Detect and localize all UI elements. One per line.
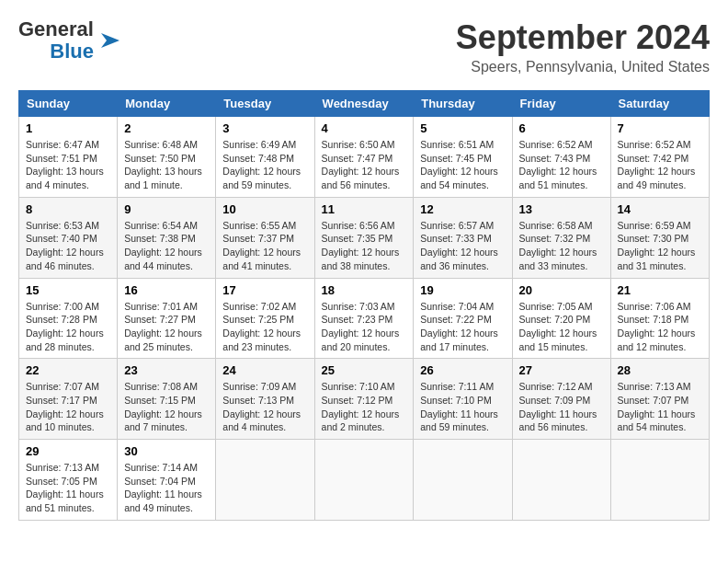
day-info: Sunrise: 6:52 AM Sunset: 7:43 PM Dayligh… [519,138,604,192]
day-number: 16 [124,283,209,297]
day-number: 23 [124,363,209,377]
calendar-cell [216,440,314,521]
location: Speers, Pennsylvania, United States [456,59,710,75]
day-info: Sunrise: 6:56 AM Sunset: 7:35 PM Dayligh… [322,219,407,273]
day-number: 27 [519,363,604,377]
day-info: Sunrise: 6:52 AM Sunset: 7:42 PM Dayligh… [618,138,702,192]
column-header-saturday: Saturday [610,91,709,117]
day-info: Sunrise: 7:12 AM Sunset: 7:09 PM Dayligh… [519,380,604,434]
day-info: Sunrise: 6:57 AM Sunset: 7:33 PM Dayligh… [420,219,505,273]
calendar-cell: 1Sunrise: 6:47 AM Sunset: 7:51 PM Daylig… [19,117,118,198]
title-section: September 2024 Speers, Pennsylvania, Uni… [456,18,710,75]
calendar-cell: 19Sunrise: 7:04 AM Sunset: 7:22 PM Dayli… [414,278,512,359]
day-number: 6 [519,121,604,135]
day-number: 18 [322,283,407,297]
day-info: Sunrise: 7:09 AM Sunset: 7:13 PM Dayligh… [222,380,307,434]
calendar-cell [414,440,512,521]
day-info: Sunrise: 6:50 AM Sunset: 7:47 PM Dayligh… [322,138,407,192]
calendar-cell: 23Sunrise: 7:08 AM Sunset: 7:15 PM Dayli… [118,359,216,440]
calendar-cell: 14Sunrise: 6:59 AM Sunset: 7:30 PM Dayli… [610,197,709,278]
column-header-tuesday: Tuesday [216,91,314,117]
day-number: 12 [420,202,505,216]
day-number: 25 [322,363,407,377]
calendar-cell: 26Sunrise: 7:11 AM Sunset: 7:10 PM Dayli… [414,359,512,440]
day-info: Sunrise: 6:59 AM Sunset: 7:30 PM Dayligh… [618,219,702,273]
page-header: General Blue September 2024 Speers, Penn… [18,18,710,75]
day-info: Sunrise: 7:10 AM Sunset: 7:12 PM Dayligh… [322,380,407,434]
calendar-cell: 24Sunrise: 7:09 AM Sunset: 7:13 PM Dayli… [216,359,314,440]
day-number: 14 [618,202,702,216]
day-number: 3 [222,121,307,135]
calendar-cell: 25Sunrise: 7:10 AM Sunset: 7:12 PM Dayli… [314,359,414,440]
calendar-week-row: 8Sunrise: 6:53 AM Sunset: 7:40 PM Daylig… [19,197,710,278]
day-info: Sunrise: 7:13 AM Sunset: 7:05 PM Dayligh… [26,461,110,515]
column-header-sunday: Sunday [19,91,118,117]
column-header-monday: Monday [118,91,216,117]
day-number: 13 [519,202,604,216]
calendar-cell: 5Sunrise: 6:51 AM Sunset: 7:45 PM Daylig… [414,117,512,198]
day-number: 29 [26,444,110,458]
day-info: Sunrise: 6:55 AM Sunset: 7:37 PM Dayligh… [222,219,307,273]
calendar-cell [512,440,610,521]
calendar-week-row: 15Sunrise: 7:00 AM Sunset: 7:28 PM Dayli… [19,278,710,359]
day-number: 2 [124,121,209,135]
day-info: Sunrise: 7:06 AM Sunset: 7:18 PM Dayligh… [618,300,702,354]
day-number: 8 [26,202,110,216]
calendar-week-row: 1Sunrise: 6:47 AM Sunset: 7:51 PM Daylig… [19,117,710,198]
day-info: Sunrise: 7:02 AM Sunset: 7:25 PM Dayligh… [222,300,307,354]
day-number: 26 [420,363,505,377]
column-header-thursday: Thursday [414,91,512,117]
logo-line2: Blue [50,40,94,63]
day-info: Sunrise: 6:47 AM Sunset: 7:51 PM Dayligh… [26,138,110,192]
day-number: 21 [618,283,702,297]
day-info: Sunrise: 6:51 AM Sunset: 7:45 PM Dayligh… [420,138,505,192]
day-info: Sunrise: 7:13 AM Sunset: 7:07 PM Dayligh… [618,380,702,434]
month-title: September 2024 [456,18,710,57]
day-info: Sunrise: 6:58 AM Sunset: 7:32 PM Dayligh… [519,219,604,273]
day-number: 19 [420,283,505,297]
calendar-cell [314,440,414,521]
day-info: Sunrise: 7:14 AM Sunset: 7:04 PM Dayligh… [124,461,209,515]
day-info: Sunrise: 7:04 AM Sunset: 7:22 PM Dayligh… [420,300,505,354]
day-info: Sunrise: 6:49 AM Sunset: 7:48 PM Dayligh… [222,138,307,192]
calendar-cell: 16Sunrise: 7:01 AM Sunset: 7:27 PM Dayli… [118,278,216,359]
calendar-cell: 15Sunrise: 7:00 AM Sunset: 7:28 PM Dayli… [19,278,118,359]
calendar-cell: 21Sunrise: 7:06 AM Sunset: 7:18 PM Dayli… [610,278,709,359]
calendar-cell: 18Sunrise: 7:03 AM Sunset: 7:23 PM Dayli… [314,278,414,359]
calendar-cell: 9Sunrise: 6:54 AM Sunset: 7:38 PM Daylig… [118,197,216,278]
day-info: Sunrise: 6:54 AM Sunset: 7:38 PM Dayligh… [124,219,209,273]
day-number: 15 [26,283,110,297]
calendar-cell: 7Sunrise: 6:52 AM Sunset: 7:42 PM Daylig… [610,117,709,198]
day-number: 7 [618,121,702,135]
calendar-cell: 20Sunrise: 7:05 AM Sunset: 7:20 PM Dayli… [512,278,610,359]
calendar-cell: 4Sunrise: 6:50 AM Sunset: 7:47 PM Daylig… [314,117,414,198]
calendar-cell: 6Sunrise: 6:52 AM Sunset: 7:43 PM Daylig… [512,117,610,198]
day-number: 17 [222,283,307,297]
day-number: 11 [322,202,407,216]
calendar-week-row: 29Sunrise: 7:13 AM Sunset: 7:05 PM Dayli… [19,440,710,521]
logo: General Blue [18,18,123,63]
logo-line1: General [18,18,94,40]
day-info: Sunrise: 6:53 AM Sunset: 7:40 PM Dayligh… [26,219,110,273]
calendar-cell: 30Sunrise: 7:14 AM Sunset: 7:04 PM Dayli… [118,440,216,521]
calendar-cell [610,440,709,521]
calendar-cell: 29Sunrise: 7:13 AM Sunset: 7:05 PM Dayli… [19,440,118,521]
day-number: 28 [618,363,702,377]
day-number: 9 [124,202,209,216]
calendar-table: SundayMondayTuesdayWednesdayThursdayFrid… [18,90,710,521]
day-number: 4 [322,121,407,135]
calendar-cell: 27Sunrise: 7:12 AM Sunset: 7:09 PM Dayli… [512,359,610,440]
day-info: Sunrise: 7:08 AM Sunset: 7:15 PM Dayligh… [124,380,209,434]
calendar-cell: 2Sunrise: 6:48 AM Sunset: 7:50 PM Daylig… [118,117,216,198]
day-info: Sunrise: 7:07 AM Sunset: 7:17 PM Dayligh… [26,380,110,434]
logo-arrow-icon [97,28,123,53]
calendar-cell: 11Sunrise: 6:56 AM Sunset: 7:35 PM Dayli… [314,197,414,278]
calendar-cell: 3Sunrise: 6:49 AM Sunset: 7:48 PM Daylig… [216,117,314,198]
calendar-cell: 13Sunrise: 6:58 AM Sunset: 7:32 PM Dayli… [512,197,610,278]
calendar-week-row: 22Sunrise: 7:07 AM Sunset: 7:17 PM Dayli… [19,359,710,440]
day-number: 10 [222,202,307,216]
calendar-cell: 17Sunrise: 7:02 AM Sunset: 7:25 PM Dayli… [216,278,314,359]
day-number: 20 [519,283,604,297]
calendar-cell: 28Sunrise: 7:13 AM Sunset: 7:07 PM Dayli… [610,359,709,440]
day-number: 1 [26,121,110,135]
